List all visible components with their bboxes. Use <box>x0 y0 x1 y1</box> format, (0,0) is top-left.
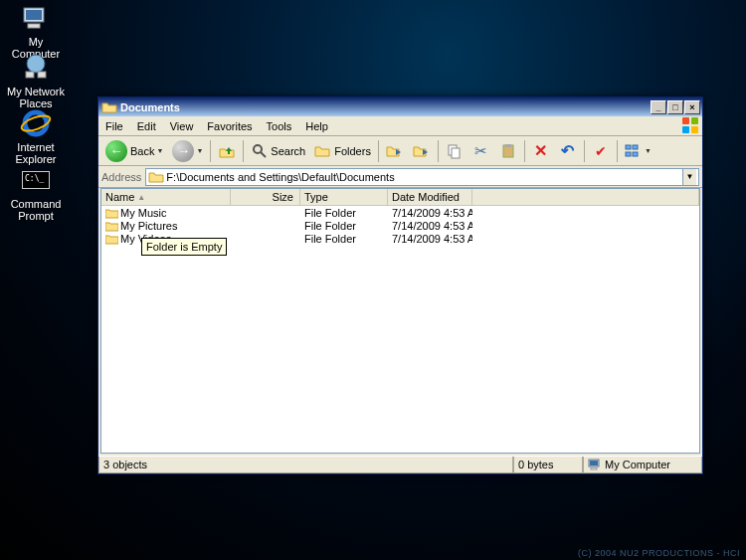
svg-rect-15 <box>633 145 638 149</box>
svg-point-8 <box>254 145 262 153</box>
column-name[interactable]: Name▲ <box>101 189 231 205</box>
separator <box>210 140 211 162</box>
ie-icon <box>20 107 52 139</box>
address-dropdown-button[interactable]: ▼ <box>682 169 696 185</box>
svg-rect-2 <box>28 24 40 28</box>
desktop-icon-label: CommandPrompt <box>4 198 68 222</box>
list-item[interactable]: My Pictures File Folder 7/14/2009 4:53 A… <box>101 219 699 232</box>
separator <box>438 140 439 162</box>
separator <box>584 140 585 162</box>
properties-button[interactable]: ✔ <box>588 139 614 163</box>
column-type[interactable]: Type <box>300 189 388 205</box>
column-headers: Name▲ Size Type Date Modified <box>101 189 699 206</box>
statusbar: 3 objects 0 bytes My Computer <box>98 456 702 473</box>
maximize-button[interactable]: □ <box>667 100 683 114</box>
address-path: F:\Documents and Settings\Default\Docume… <box>166 171 682 183</box>
status-bytes: 0 bytes <box>513 457 583 473</box>
desktop-icon-my-network-places[interactable]: My NetworkPlaces <box>4 52 68 109</box>
menu-file[interactable]: File <box>98 118 130 134</box>
dropdown-icon: ▼ <box>645 147 652 154</box>
menu-edit[interactable]: Edit <box>130 118 163 134</box>
tooltip: Folder is Empty <box>141 238 227 256</box>
menu-help[interactable]: Help <box>298 118 335 134</box>
desktop-icon-internet-explorer[interactable]: InternetExplorer <box>4 107 68 165</box>
svg-rect-11 <box>452 148 460 158</box>
list-item[interactable]: My Music File Folder 7/14/2009 4:53 AM <box>101 206 699 219</box>
item-date: 7/14/2009 4:53 AM <box>388 233 472 245</box>
svg-rect-19 <box>590 461 598 466</box>
svg-rect-16 <box>626 152 631 156</box>
back-arrow-icon: ← <box>105 140 127 162</box>
item-type: File Folder <box>300 220 388 232</box>
explorer-window: Documents _ □ × File Edit View Favorites… <box>97 96 703 474</box>
copy-to-icon <box>413 142 431 160</box>
search-button[interactable]: Search <box>247 139 309 163</box>
svg-rect-20 <box>591 467 597 469</box>
up-folder-icon <box>218 142 236 160</box>
desktop-icon-label: InternetExplorer <box>4 141 68 165</box>
search-label: Search <box>271 145 305 157</box>
separator <box>243 140 244 162</box>
back-label: Back <box>130 145 154 157</box>
column-size[interactable]: Size <box>231 189 300 205</box>
separator <box>378 140 379 162</box>
copy-icon <box>446 142 464 160</box>
minimize-button[interactable]: _ <box>651 100 666 114</box>
dropdown-icon: ▼ <box>196 147 203 154</box>
move-to-button[interactable] <box>382 139 408 163</box>
addressbar: Address F:\Documents and Settings\Defaul… <box>98 166 702 188</box>
paste-button[interactable] <box>495 139 521 163</box>
status-objects: 3 objects <box>98 457 513 473</box>
delete-icon: ✕ <box>532 142 550 160</box>
search-icon <box>251 142 269 160</box>
status-location: My Computer <box>583 457 702 473</box>
sort-asc-icon: ▲ <box>137 193 145 202</box>
folder-icon <box>105 234 118 245</box>
svg-rect-1 <box>26 10 42 20</box>
watermark: (C) 2004 NU2 PRODUCTIONS - HCI <box>578 548 740 558</box>
forward-arrow-icon: → <box>172 140 194 162</box>
folder-icon <box>105 221 118 232</box>
back-button[interactable]: ← Back ▼ <box>101 139 167 163</box>
svg-line-9 <box>261 152 266 157</box>
desktop-icon-command-prompt[interactable]: C:\_ CommandPrompt <box>4 164 68 222</box>
titlebar[interactable]: Documents _ □ × <box>98 97 702 116</box>
cut-button[interactable]: ✂ <box>468 139 494 163</box>
folder-icon <box>148 170 164 184</box>
close-button[interactable]: × <box>684 100 700 114</box>
item-date: 7/14/2009 4:53 AM <box>388 220 472 232</box>
address-field[interactable]: F:\Documents and Settings\Default\Docume… <box>145 168 699 186</box>
windows-logo-icon <box>682 117 700 135</box>
menu-tools[interactable]: Tools <box>260 118 299 134</box>
separator <box>617 140 618 162</box>
move-to-icon <box>386 142 404 160</box>
file-rows[interactable]: My Music File Folder 7/14/2009 4:53 AM M… <box>101 206 699 453</box>
item-name: My Pictures <box>120 220 177 232</box>
svg-rect-5 <box>38 72 46 78</box>
folders-icon <box>314 142 332 160</box>
copy-button[interactable] <box>442 139 467 163</box>
cmd-icon: C:\_ <box>20 164 52 196</box>
delete-button[interactable]: ✕ <box>528 139 554 163</box>
properties-icon: ✔ <box>592 142 610 160</box>
undo-button[interactable]: ↶ <box>555 139 581 163</box>
svg-rect-13 <box>505 144 511 147</box>
cut-icon: ✂ <box>472 142 490 160</box>
column-date[interactable]: Date Modified <box>388 189 472 205</box>
menu-view[interactable]: View <box>163 118 201 134</box>
desktop-icon-label: My NetworkPlaces <box>4 86 68 109</box>
folders-button[interactable]: Folders <box>310 139 375 163</box>
views-icon <box>625 142 643 160</box>
folder-icon <box>101 99 117 115</box>
folders-label: Folders <box>334 145 371 157</box>
up-button[interactable] <box>214 139 240 163</box>
menu-favorites[interactable]: Favorites <box>200 118 259 134</box>
svg-point-3 <box>27 55 45 73</box>
svg-rect-14 <box>626 145 631 149</box>
network-icon <box>20 52 52 84</box>
undo-icon: ↶ <box>559 142 577 160</box>
copy-to-button[interactable] <box>409 139 435 163</box>
views-button[interactable]: ▼ <box>621 139 655 163</box>
forward-button[interactable]: → ▼ <box>168 139 207 163</box>
menubar: File Edit View Favorites Tools Help <box>98 116 702 136</box>
